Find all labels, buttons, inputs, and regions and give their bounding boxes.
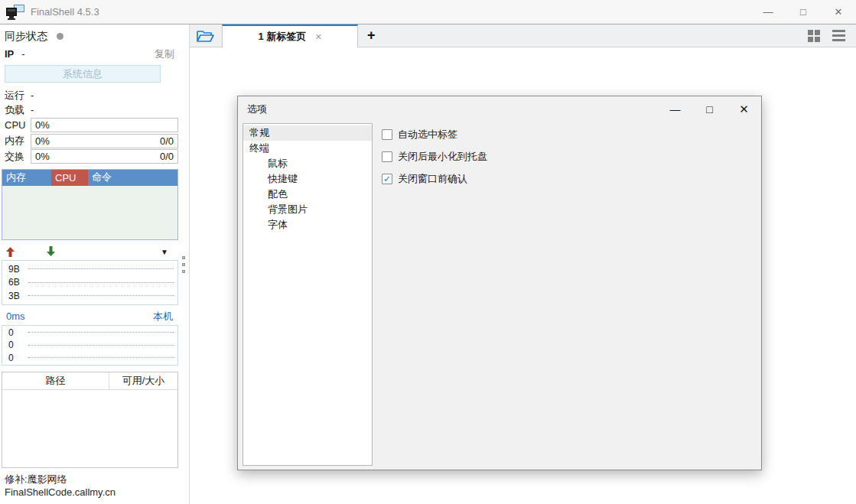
swap-meter-row: 交换 0% 0/0 bbox=[0, 149, 179, 164]
uptime-label: 运行 bbox=[5, 89, 24, 102]
ip-value: - bbox=[21, 48, 24, 60]
window-controls: — □ ✕ bbox=[750, 0, 856, 24]
sync-status-dot bbox=[57, 33, 63, 40]
network-traffic-graph: 9B 6B 3B bbox=[2, 260, 178, 305]
tab-close-icon[interactable]: × bbox=[315, 31, 321, 43]
uptime-value: - bbox=[31, 89, 34, 101]
system-info-button[interactable]: 系统信息 bbox=[5, 65, 161, 83]
upload-arrow-icon bbox=[6, 247, 15, 257]
ping-graph: 0 0 0 bbox=[2, 325, 178, 366]
app-logo-icon bbox=[6, 5, 24, 20]
new-tab-button[interactable]: + bbox=[367, 28, 376, 44]
dialog-titlebar: 选项 — □ ✕ bbox=[238, 96, 761, 122]
memory-meter-row: 内存 0% 0/0 bbox=[0, 133, 179, 148]
option-minimize-to-tray[interactable]: ✓ 关闭后最小化到托盘 bbox=[382, 151, 487, 163]
nav-item-mouse[interactable]: 鼠标 bbox=[243, 156, 372, 171]
layout-grid-icon[interactable] bbox=[808, 30, 820, 42]
process-col-command[interactable]: 命令 bbox=[88, 170, 177, 186]
nav-item-terminal[interactable]: 终端 bbox=[243, 141, 372, 156]
memory-ratio: 0/0 bbox=[160, 135, 174, 147]
host-label[interactable]: 本机 bbox=[153, 310, 173, 324]
memory-progress-bar: 0% 0/0 bbox=[31, 134, 178, 148]
disk-table: 路径 可用/大小 bbox=[2, 372, 178, 468]
process-table: 内存 CPU 命令 bbox=[2, 169, 178, 240]
load-label: 负载 bbox=[5, 103, 24, 117]
option-auto-select-tab[interactable]: ✓ 自动选中标签 bbox=[382, 128, 487, 141]
connection-manager-button[interactable] bbox=[190, 28, 220, 44]
network-graph-header: ▼ bbox=[0, 246, 179, 259]
window-title: FinalShell 4.5.3 bbox=[31, 6, 99, 18]
copy-ip-link[interactable]: 复制 bbox=[155, 47, 174, 61]
disk-col-path[interactable]: 路径 bbox=[2, 372, 109, 389]
disk-table-header: 路径 可用/大小 bbox=[2, 372, 177, 390]
tab-new-page[interactable]: 1 新标签页 × bbox=[222, 24, 358, 47]
download-arrow-icon bbox=[47, 246, 55, 259]
nav-item-color-scheme[interactable]: 配色 bbox=[243, 187, 372, 202]
nav-item-general[interactable]: 常规 bbox=[243, 125, 372, 141]
dialog-close-button[interactable]: ✕ bbox=[727, 96, 761, 122]
dialog-maximize-button[interactable]: □ bbox=[692, 96, 727, 122]
latency-value: 0ms bbox=[6, 311, 25, 322]
finalshell-window: FinalShell 4.5.3 — □ ✕ 同步状态 IP - 复制 系统信息… bbox=[0, 0, 856, 504]
option-confirm-before-close[interactable]: ✓ 关闭窗口前确认 bbox=[382, 173, 487, 185]
memory-percent: 0% bbox=[35, 135, 50, 147]
load-value: - bbox=[31, 104, 34, 115]
settings-nav-list: 常规 终端 鼠标 快捷键 配色 背景图片 字体 bbox=[242, 123, 373, 466]
cpu-progress-bar: 0% bbox=[31, 118, 178, 132]
cpu-meter-row: CPU 0% bbox=[0, 117, 179, 132]
swap-percent: 0% bbox=[35, 151, 50, 162]
process-col-cpu[interactable]: CPU bbox=[51, 170, 88, 186]
process-col-memory[interactable]: 内存 bbox=[2, 170, 51, 186]
patch-status-text: 修补:魔影网络 FinalShellCode.callmy.cn bbox=[0, 468, 179, 504]
option-checkbox-2[interactable]: ✓ bbox=[382, 174, 392, 184]
ping-graph-header: 0ms 本机 bbox=[0, 310, 179, 324]
monitor-sidebar: 同步状态 IP - 复制 系统信息 运行 - 负载 - CPU 0% bbox=[0, 24, 179, 504]
options-dialog: 选项 — □ ✕ 常规 终端 鼠标 快捷键 配色 背景图片 字体 ✓ 自动选中标… bbox=[237, 96, 762, 470]
open-folder-icon bbox=[196, 28, 215, 44]
swap-ratio: 0/0 bbox=[160, 151, 174, 162]
cpu-percent: 0% bbox=[35, 119, 50, 131]
hamburger-menu-icon[interactable] bbox=[832, 30, 845, 41]
dialog-minimize-button[interactable]: — bbox=[658, 96, 692, 122]
splitter-grip-icon[interactable] bbox=[182, 256, 185, 273]
nav-item-font[interactable]: 字体 bbox=[243, 217, 372, 232]
nav-item-background-image[interactable]: 背景图片 bbox=[243, 202, 372, 217]
tab-bar: 1 新标签页 × + bbox=[190, 24, 856, 47]
sidebar-splitter[interactable] bbox=[179, 24, 190, 504]
option-checkbox-0[interactable]: ✓ bbox=[382, 129, 392, 140]
dialog-controls: — □ ✕ bbox=[658, 96, 761, 122]
network-dropdown-icon[interactable]: ▼ bbox=[161, 248, 168, 256]
close-button[interactable]: ✕ bbox=[821, 0, 856, 24]
sync-status-label: 同步状态 bbox=[5, 30, 47, 44]
process-table-header: 内存 CPU 命令 bbox=[2, 170, 177, 186]
general-options-panel: ✓ 自动选中标签 ✓ 关闭后最小化到托盘 ✓ 关闭窗口前确认 bbox=[382, 128, 487, 195]
disk-col-size[interactable]: 可用/大小 bbox=[109, 372, 177, 389]
dialog-title: 选项 bbox=[247, 102, 267, 116]
option-checkbox-1[interactable]: ✓ bbox=[382, 151, 392, 162]
swap-progress-bar: 0% 0/0 bbox=[31, 149, 178, 164]
maximize-button[interactable]: □ bbox=[786, 0, 821, 24]
window-titlebar: FinalShell 4.5.3 — □ ✕ bbox=[0, 0, 856, 24]
ip-label: IP bbox=[5, 48, 14, 60]
minimize-button[interactable]: — bbox=[750, 0, 786, 24]
nav-item-shortcuts[interactable]: 快捷键 bbox=[243, 171, 372, 187]
